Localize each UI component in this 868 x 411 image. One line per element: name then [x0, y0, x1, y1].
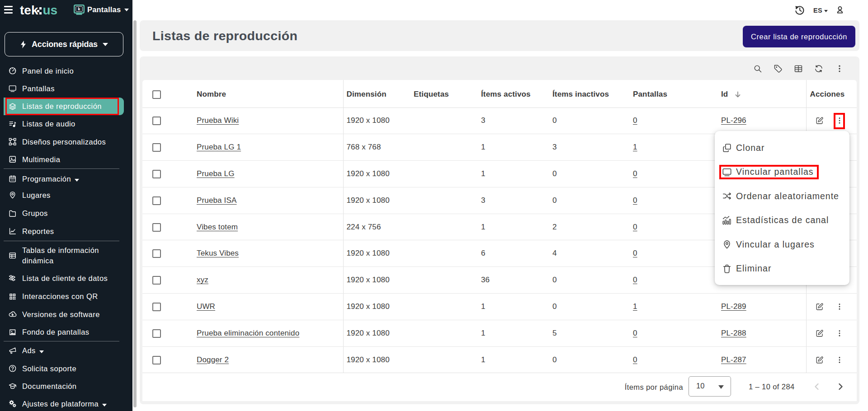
svg-text:k: k [78, 6, 80, 11]
